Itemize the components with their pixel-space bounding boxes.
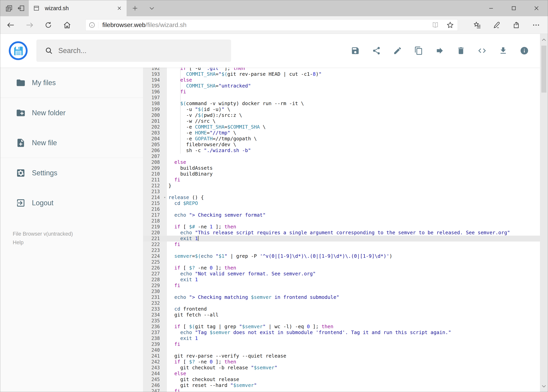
code-line[interactable]: 237 echo "Tag $semver does not exist in … [143,329,548,336]
scroll-up-icon[interactable] [540,35,548,44]
tab-preview-chevron-icon[interactable] [143,0,160,16]
page-scrollbar[interactable] [540,34,548,392]
code-line[interactable]: 217 echo "> Checking semver format" [143,212,548,218]
code-line[interactable]: 214▾release () { [143,195,548,200]
code-line[interactable]: 232 [143,300,548,306]
code-line[interactable]: 238 exit 1 [143,336,548,341]
code-line[interactable]: 233 cd frontend [143,306,548,312]
code-line[interactable]: 239 fi [143,341,548,347]
code-line[interactable]: 227 echo "Not valid semver format. See s… [143,271,548,277]
code-line[interactable]: 208 else [143,159,548,165]
download-button[interactable] [499,46,508,55]
code-line[interactable]: 197 [143,95,548,101]
code-line[interactable]: 192 if [ -d ".git" ]; then [143,68,548,71]
sidebar-item-logout[interactable]: Logout [0,188,143,218]
code-line[interactable]: 204 -e GOPATH=//tmp/gopath \ [143,136,548,142]
add-favorite-star-icon[interactable] [443,21,458,29]
reading-view-icon[interactable] [428,21,443,29]
code-line[interactable]: 216 [143,206,548,212]
code-line[interactable]: 231 echo "> Checking matching $semver in… [143,294,548,300]
edit-button[interactable] [393,46,402,55]
info-button[interactable] [520,46,529,55]
code-line[interactable]: 203 -e HOME="//tmp" \ [143,130,548,136]
copy-button[interactable] [414,46,423,55]
code-line[interactable]: 221 exit 1 [143,236,548,242]
code-editor[interactable]: 192 if [ -d ".git" ]; then193 COMMIT_SHA… [143,68,548,392]
more-options-button[interactable] [526,16,546,34]
code-line[interactable]: 230 [143,288,548,294]
code-line[interactable]: 222 fi [143,242,548,247]
code-line[interactable]: 245 git checkout release [143,377,548,382]
move-button[interactable] [435,46,444,55]
sidebar-item-my-files[interactable]: My files [0,68,143,98]
code-line[interactable]: 229 fi [143,283,548,288]
forward-button[interactable] [20,16,39,34]
search-bar[interactable]: Search... [36,40,231,62]
fold-marker-icon[interactable]: ▾ [164,195,166,200]
code-line[interactable]: 207 [143,154,548,159]
share-button[interactable] [372,46,381,55]
code-line[interactable]: 201 -w //src \ [143,118,548,124]
code-line[interactable]: 206 sh -c "./wizard.sh -b" [143,147,548,154]
delete-button[interactable] [457,46,465,55]
code-line[interactable]: 196 fi [143,89,548,95]
url-bar[interactable]: filebrowser.web/files/wizard.sh [85,19,458,31]
scrollbar-thumb[interactable] [541,46,547,93]
code-line[interactable]: 225 [143,259,548,265]
code-line[interactable]: 210 buildBinary [143,171,548,177]
scroll-down-icon[interactable] [540,382,548,391]
code-line[interactable]: 194 else [143,77,548,83]
code-line[interactable]: 209 buildAssets [143,165,548,171]
code-line[interactable]: 213 [143,189,548,195]
code-line[interactable]: 228 exit 1 [143,277,548,283]
window-close-button[interactable] [525,0,548,16]
code-line[interactable]: 218 [143,218,548,224]
code-line[interactable]: 247 fi [143,388,548,392]
code-line[interactable]: 220 echo "This release script requires a… [143,230,548,236]
back-button[interactable] [1,16,20,34]
sidebar-item-new-file[interactable]: New file [0,128,143,158]
site-info-icon[interactable] [86,21,98,28]
window-minimize-button[interactable] [480,0,502,16]
code-line[interactable]: 236 if [ $(git tag | grep "$semver" | wc… [143,324,548,329]
share-page-button[interactable] [507,16,526,34]
new-tab-button[interactable] [127,0,143,16]
code-line[interactable]: 243 git checkout -b release "$semver" [143,365,548,371]
window-maximize-button[interactable] [502,0,525,16]
home-button[interactable] [58,16,76,34]
tabs-preview-button[interactable] [3,0,15,16]
url-text[interactable]: filebrowser.web/files/wizard.sh [102,21,428,28]
code-line[interactable]: 241 git rev-parse --verify --quiet relea… [143,353,548,359]
code-line[interactable]: 242 if [ $? -ne 0 ]; then [143,359,548,365]
code-line[interactable]: 195 COMMIT_SHA="untracked" [143,83,548,89]
code-line[interactable]: 215 cd $REPO [143,200,548,206]
code-line[interactable]: 234 git fetch --all [143,312,548,318]
code-button[interactable] [478,46,486,55]
code-line[interactable]: 246 git reset --hard "$semver" [143,382,548,388]
code-line[interactable]: 199 -u "$(id -u)" \ [143,106,548,112]
browser-tab[interactable]: wizard.sh [29,0,127,16]
code-line[interactable]: 219 if [ $# -ne 1 ]; then [143,224,548,230]
tab-close-icon[interactable] [116,5,122,11]
filebrowser-logo-icon[interactable] [9,41,28,60]
set-tabs-aside-button[interactable] [15,0,27,16]
ink-pen-button[interactable] [487,16,507,34]
code-line[interactable]: 198 $(command -v winpty) docker run --rm… [143,101,548,106]
refresh-button[interactable] [39,16,58,34]
code-line[interactable]: 244 else [143,371,548,377]
sidebar-item-settings[interactable]: Settings [0,158,143,188]
code-line[interactable]: 223 [143,247,548,253]
code-line[interactable]: 205 filebrowser/dev \ [143,142,548,147]
code-line[interactable]: 212} [143,183,548,189]
code-line[interactable]: 200 -v /$(pwd):/src:z \ [143,112,548,118]
sidebar-item-new-folder[interactable]: New folder [0,98,143,128]
code-line[interactable]: 211 fi [143,177,548,183]
code-line[interactable]: 193 COMMIT_SHA="$(git rev-parse HEAD | c… [143,71,548,77]
help-link[interactable]: Help [13,238,143,247]
code-line[interactable]: 202 -e COMMIT_SHA=$COMMIT_SHA \ [143,124,548,130]
save-button[interactable] [351,46,360,55]
favorites-hub-button[interactable] [468,16,487,34]
code-line[interactable]: 235 [143,318,548,324]
code-line[interactable]: 240 [143,347,548,353]
code-line[interactable]: 226 if [ $? -ne 0 ]; then [143,265,548,271]
